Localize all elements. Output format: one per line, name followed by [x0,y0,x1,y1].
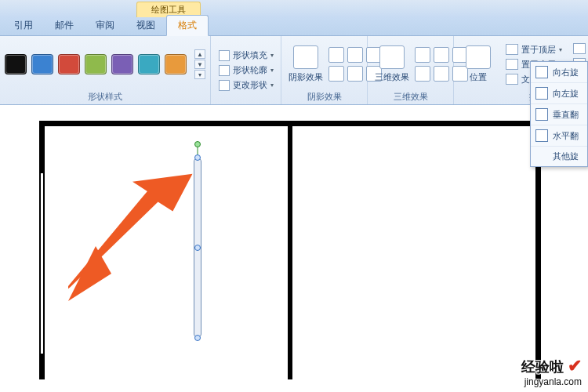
tab-review[interactable]: 审阅 [85,16,125,35]
text-wrap-icon [506,74,518,85]
position-label: 位置 [470,71,487,83]
rotation-handle[interactable] [194,141,201,147]
drawn-vertical-divider [288,126,292,379]
change-shape-icon [219,80,230,91]
rotate-left-icon [535,87,548,100]
watermark-brand: 经验啦 [521,359,564,375]
swatch-orange[interactable] [165,54,187,74]
svg-marker-0 [68,168,193,301]
bring-front-button[interactable]: 置于顶层▾ [503,43,565,56]
tab-references[interactable]: 引用 [3,16,44,35]
align-icon [573,43,586,54]
swatch-purple[interactable] [111,54,133,74]
swatch-green[interactable] [85,54,107,74]
more-rotation-item[interactable]: 其他旋 [531,147,587,166]
group-label-shadow: 阴影效果 [286,89,362,103]
shape-fill-button[interactable]: 形状填充 ▾ [216,49,277,62]
tilt-up[interactable] [434,47,449,63]
group-label-3d: 三维效果 [372,89,448,103]
align-button[interactable]: 对齐▾ [570,42,588,56]
cube-icon [379,45,405,69]
chevron-down-icon: ▾ [270,67,274,74]
shape-outline-label: 形状轮廓 [233,64,267,76]
chevron-down-icon: ▾ [270,82,274,89]
pen-icon [219,65,230,76]
bring-front-icon [506,44,518,55]
bring-front-label: 置于顶层 [521,44,556,56]
group-label-shape-styles: 形状样式 [5,89,205,103]
shadow-label: 阴影效果 [289,71,323,83]
flip-vertical-label: 垂直翻 [553,109,579,121]
group-label-empty1 [216,101,276,103]
shape-fill-label: 形状填充 [233,49,267,61]
threeD-effects-button[interactable]: 三维效果 [372,44,412,85]
resize-handle-mid[interactable] [194,245,201,251]
flip-vertical-item[interactable]: 垂直翻 [531,104,587,125]
nudge-up[interactable] [347,47,363,63]
chevron-down-icon: ▾ [270,52,274,59]
swatch-teal[interactable] [138,54,160,74]
rotation-stem [198,147,198,154]
rotate-left-item[interactable]: 向左旋 [531,83,587,104]
threeD-label: 三维效果 [375,71,409,83]
shape-style-gallery[interactable]: ▲ ▼ ▾ [5,49,205,79]
tilt-down-left[interactable] [415,66,430,82]
group-shape-styles: ▲ ▼ ▾ 形状样式 [0,36,211,104]
annotation-arrow-icon [68,168,194,301]
tilt-down[interactable] [434,66,449,82]
shape-outline-button[interactable]: 形状轮廓 ▾ [216,64,277,77]
shadow-effects-button[interactable]: 阴影效果 [286,44,325,85]
rotate-right-label: 向右旋 [553,67,579,78]
swatch-blue[interactable] [31,54,53,74]
nudge-down[interactable] [347,66,363,82]
tab-view[interactable]: 视图 [125,16,166,35]
svg-marker-1 [68,246,111,301]
nudge-up-left[interactable] [328,47,344,63]
change-shape-label: 更改形状 [233,79,267,91]
tabs-row: 引用 邮件 审阅 视图 格式 [0,17,588,36]
position-icon [466,45,491,69]
group-3d: 三维效果 三维效果 [368,36,454,104]
shadow-icon [293,45,318,69]
gallery-scroll-up[interactable]: ▲ [194,49,205,59]
tab-format[interactable]: 格式 [166,15,209,36]
watermark: 经验啦 ✔ jingyanla.com [521,356,582,387]
position-button[interactable]: 位置 [459,44,498,85]
selected-shape-capsule[interactable] [194,158,201,338]
resize-handle-bottom[interactable] [194,335,201,341]
bucket-icon [219,50,230,61]
tab-mail[interactable]: 邮件 [44,16,85,35]
ribbon: ▲ ▼ ▾ 形状样式 形状填充 ▾ 形状轮廓 ▾ [0,36,588,105]
gallery-scroll-down[interactable]: ▼ [194,60,205,69]
tilt-up-left[interactable] [415,47,430,63]
flip-horizontal-label: 水平翻 [553,130,579,142]
rotate-right-icon [535,66,548,78]
resize-handle-top[interactable] [194,154,201,161]
more-rotation-label: 其他旋 [553,151,579,162]
swatch-black[interactable] [5,54,27,74]
rotate-left-label: 向左旋 [553,88,579,100]
group-shadow: 阴影效果 阴影效果 [281,36,368,104]
rotate-dropdown-menu: 向右旋 向左旋 垂直翻 水平翻 其他旋 [530,61,588,167]
rotate-right-item[interactable]: 向右旋 [531,62,587,83]
flip-horizontal-icon [535,129,548,142]
watermark-check-icon: ✔ [568,356,582,376]
flip-horizontal-item[interactable]: 水平翻 [531,125,587,147]
watermark-url: jingyanla.com [521,376,582,387]
drawn-rectangle-frame [39,121,541,379]
gallery-expand[interactable]: ▾ [194,70,205,79]
document-canvas[interactable]: 经验啦 ✔ jingyanla.com [0,105,588,392]
change-shape-button[interactable]: 更改形状 ▾ [216,78,277,92]
group-shape-options: 形状填充 ▾ 形状轮廓 ▾ 更改形状 ▾ [211,36,281,104]
flip-vertical-icon [535,108,548,121]
send-back-icon [506,59,518,70]
nudge-down-left[interactable] [328,66,344,82]
swatch-red[interactable] [58,54,80,74]
thin-white-line [41,173,43,354]
